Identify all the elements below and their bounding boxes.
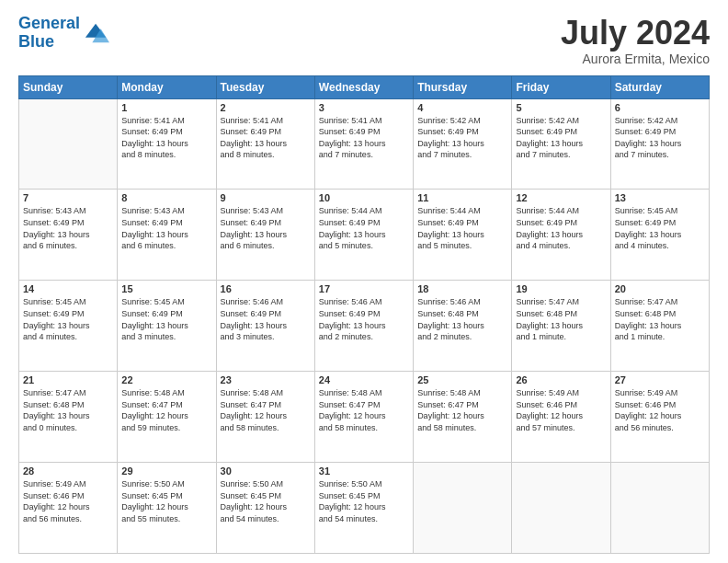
day-number: 3 <box>319 102 409 113</box>
calendar-cell: 4Sunrise: 5:42 AM Sunset: 6:49 PM Daylig… <box>414 98 512 190</box>
calendar-day-header: Saturday <box>610 75 709 98</box>
day-info: Sunrise: 5:45 AM Sunset: 6:49 PM Dayligh… <box>23 296 113 342</box>
calendar-day-header: Friday <box>512 75 610 98</box>
day-info: Sunrise: 5:41 AM Sunset: 6:49 PM Dayligh… <box>221 115 311 161</box>
day-info: Sunrise: 5:46 AM Sunset: 6:49 PM Dayligh… <box>319 296 409 342</box>
calendar-day-header: Wednesday <box>314 75 413 98</box>
day-info: Sunrise: 5:48 AM Sunset: 6:47 PM Dayligh… <box>319 387 409 433</box>
calendar-cell: 23Sunrise: 5:48 AM Sunset: 6:47 PM Dayli… <box>216 372 314 463</box>
calendar-cell: 12Sunrise: 5:44 AM Sunset: 6:49 PM Dayli… <box>512 190 610 281</box>
day-number: 20 <box>615 283 705 294</box>
day-info: Sunrise: 5:47 AM Sunset: 6:48 PM Dayligh… <box>516 296 606 342</box>
calendar-cell: 6Sunrise: 5:42 AM Sunset: 6:49 PM Daylig… <box>610 98 709 190</box>
day-info: Sunrise: 5:47 AM Sunset: 6:48 PM Dayligh… <box>23 387 113 433</box>
calendar-cell: 24Sunrise: 5:48 AM Sunset: 6:47 PM Dayli… <box>314 372 413 463</box>
logo-line2: Blue <box>18 32 54 51</box>
day-info: Sunrise: 5:43 AM Sunset: 6:49 PM Dayligh… <box>121 205 211 251</box>
day-info: Sunrise: 5:48 AM Sunset: 6:47 PM Dayligh… <box>121 387 211 433</box>
calendar-day-header: Tuesday <box>216 75 314 98</box>
calendar-table: SundayMondayTuesdayWednesdayThursdayFrid… <box>18 75 710 554</box>
calendar-cell: 9Sunrise: 5:43 AM Sunset: 6:49 PM Daylig… <box>216 190 314 281</box>
calendar-cell <box>610 463 709 554</box>
title-area: July 2024 Aurora Ermita, Mexico <box>561 15 710 66</box>
calendar-cell: 15Sunrise: 5:45 AM Sunset: 6:49 PM Dayli… <box>118 281 216 372</box>
calendar-cell: 25Sunrise: 5:48 AM Sunset: 6:47 PM Dayli… <box>414 372 512 463</box>
day-number: 24 <box>319 374 409 385</box>
header: General Blue July 2024 Aurora Ermita, Me… <box>18 15 710 66</box>
logo: General Blue <box>18 15 109 52</box>
day-info: Sunrise: 5:49 AM Sunset: 6:46 PM Dayligh… <box>516 387 606 433</box>
day-info: Sunrise: 5:45 AM Sunset: 6:49 PM Dayligh… <box>121 296 211 342</box>
day-info: Sunrise: 5:43 AM Sunset: 6:49 PM Dayligh… <box>221 205 311 251</box>
day-number: 18 <box>417 283 507 294</box>
calendar-cell: 17Sunrise: 5:46 AM Sunset: 6:49 PM Dayli… <box>314 281 413 372</box>
calendar-cell: 14Sunrise: 5:45 AM Sunset: 6:49 PM Dayli… <box>19 281 118 372</box>
day-number: 9 <box>221 192 311 203</box>
calendar-cell: 16Sunrise: 5:46 AM Sunset: 6:49 PM Dayli… <box>216 281 314 372</box>
day-info: Sunrise: 5:46 AM Sunset: 6:49 PM Dayligh… <box>221 296 311 342</box>
day-number: 15 <box>121 283 211 294</box>
calendar-cell: 31Sunrise: 5:50 AM Sunset: 6:45 PM Dayli… <box>314 463 413 554</box>
day-info: Sunrise: 5:46 AM Sunset: 6:48 PM Dayligh… <box>417 296 507 342</box>
page: General Blue July 2024 Aurora Ermita, Me… <box>0 0 728 563</box>
calendar-cell: 22Sunrise: 5:48 AM Sunset: 6:47 PM Dayli… <box>118 372 216 463</box>
calendar-cell: 21Sunrise: 5:47 AM Sunset: 6:48 PM Dayli… <box>19 372 118 463</box>
day-number: 27 <box>615 374 705 385</box>
month-title: July 2024 <box>561 15 710 52</box>
day-number: 13 <box>615 192 705 203</box>
day-number: 21 <box>23 374 113 385</box>
calendar-cell: 10Sunrise: 5:44 AM Sunset: 6:49 PM Dayli… <box>314 190 413 281</box>
day-number: 2 <box>221 102 311 113</box>
day-info: Sunrise: 5:48 AM Sunset: 6:47 PM Dayligh… <box>221 387 311 433</box>
logo-icon <box>84 20 109 46</box>
day-number: 22 <box>121 374 211 385</box>
calendar-cell: 13Sunrise: 5:45 AM Sunset: 6:49 PM Dayli… <box>610 190 709 281</box>
day-number: 4 <box>417 102 507 113</box>
calendar-cell: 5Sunrise: 5:42 AM Sunset: 6:49 PM Daylig… <box>512 98 610 190</box>
calendar-cell: 11Sunrise: 5:44 AM Sunset: 6:49 PM Dayli… <box>414 190 512 281</box>
logo-text: General Blue <box>18 15 80 52</box>
day-info: Sunrise: 5:50 AM Sunset: 6:45 PM Dayligh… <box>221 478 311 524</box>
day-number: 10 <box>319 192 409 203</box>
calendar-day-header: Monday <box>118 75 216 98</box>
calendar-week-row: 21Sunrise: 5:47 AM Sunset: 6:48 PM Dayli… <box>19 372 710 463</box>
calendar-week-row: 14Sunrise: 5:45 AM Sunset: 6:49 PM Dayli… <box>19 281 710 372</box>
day-number: 5 <box>516 102 606 113</box>
calendar-week-row: 1Sunrise: 5:41 AM Sunset: 6:49 PM Daylig… <box>19 98 710 190</box>
day-info: Sunrise: 5:47 AM Sunset: 6:48 PM Dayligh… <box>615 296 705 342</box>
day-info: Sunrise: 5:42 AM Sunset: 6:49 PM Dayligh… <box>516 115 606 161</box>
day-number: 8 <box>121 192 211 203</box>
day-info: Sunrise: 5:41 AM Sunset: 6:49 PM Dayligh… <box>319 115 409 161</box>
calendar-cell: 27Sunrise: 5:49 AM Sunset: 6:46 PM Dayli… <box>610 372 709 463</box>
day-number: 28 <box>23 465 113 477</box>
calendar-cell: 19Sunrise: 5:47 AM Sunset: 6:48 PM Dayli… <box>512 281 610 372</box>
day-number: 30 <box>221 465 311 477</box>
day-number: 7 <box>23 192 113 203</box>
day-info: Sunrise: 5:44 AM Sunset: 6:49 PM Dayligh… <box>319 205 409 251</box>
day-info: Sunrise: 5:49 AM Sunset: 6:46 PM Dayligh… <box>615 387 705 433</box>
calendar-day-header: Thursday <box>414 75 512 98</box>
calendar-day-header: Sunday <box>19 75 118 98</box>
day-number: 31 <box>319 465 409 477</box>
day-number: 1 <box>121 102 211 113</box>
day-number: 16 <box>221 283 311 294</box>
calendar-cell: 1Sunrise: 5:41 AM Sunset: 6:49 PM Daylig… <box>118 98 216 190</box>
calendar-cell: 26Sunrise: 5:49 AM Sunset: 6:46 PM Dayli… <box>512 372 610 463</box>
day-info: Sunrise: 5:41 AM Sunset: 6:49 PM Dayligh… <box>121 115 211 161</box>
day-number: 29 <box>121 465 211 477</box>
day-number: 26 <box>516 374 606 385</box>
calendar-week-row: 28Sunrise: 5:49 AM Sunset: 6:46 PM Dayli… <box>19 463 710 554</box>
day-info: Sunrise: 5:50 AM Sunset: 6:45 PM Dayligh… <box>121 478 211 524</box>
day-info: Sunrise: 5:42 AM Sunset: 6:49 PM Dayligh… <box>417 115 507 161</box>
calendar-cell: 30Sunrise: 5:50 AM Sunset: 6:45 PM Dayli… <box>216 463 314 554</box>
calendar-cell: 29Sunrise: 5:50 AM Sunset: 6:45 PM Dayli… <box>118 463 216 554</box>
day-number: 12 <box>516 192 606 203</box>
day-number: 25 <box>417 374 507 385</box>
calendar-cell: 28Sunrise: 5:49 AM Sunset: 6:46 PM Dayli… <box>19 463 118 554</box>
calendar-cell <box>19 98 118 190</box>
calendar-cell <box>414 463 512 554</box>
calendar-cell: 7Sunrise: 5:43 AM Sunset: 6:49 PM Daylig… <box>19 190 118 281</box>
day-info: Sunrise: 5:42 AM Sunset: 6:49 PM Dayligh… <box>615 115 705 161</box>
calendar-header-row: SundayMondayTuesdayWednesdayThursdayFrid… <box>19 75 710 98</box>
day-number: 6 <box>615 102 705 113</box>
